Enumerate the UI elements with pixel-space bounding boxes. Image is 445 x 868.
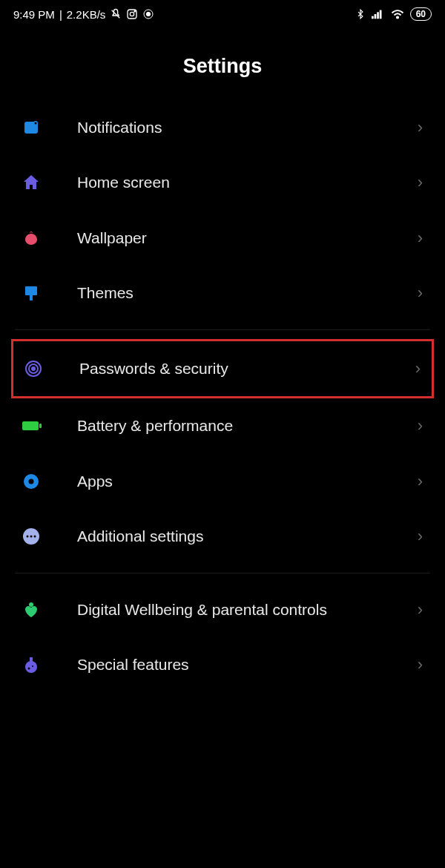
chevron-right-icon: ›: [418, 228, 423, 248]
svg-point-22: [29, 479, 34, 484]
svg-rect-6: [372, 16, 374, 19]
item-label: Special features: [52, 655, 418, 674]
status-speed: 2.2KB/s: [67, 8, 106, 21]
status-separator: |: [59, 8, 62, 21]
svg-point-18: [32, 367, 35, 370]
svg-rect-29: [30, 657, 33, 663]
wallpaper-icon: [22, 229, 52, 247]
chevron-right-icon: ›: [418, 416, 423, 435]
bluetooth-icon: [355, 8, 366, 20]
chevron-right-icon: ›: [418, 173, 423, 192]
fingerprint-icon: [24, 360, 54, 378]
settings-item-special-features[interactable]: Special features ›: [15, 637, 430, 692]
divider: [15, 573, 430, 573]
notifications-icon: [22, 119, 52, 137]
item-label: Home screen: [52, 173, 418, 192]
svg-rect-15: [30, 295, 33, 300]
svg-rect-20: [39, 424, 42, 428]
flask-icon: [22, 656, 52, 674]
svg-rect-19: [22, 421, 39, 430]
chevron-right-icon: ›: [418, 527, 423, 546]
settings-item-passwords-security[interactable]: Passwords & security ›: [11, 339, 434, 398]
status-left: 9:49 PM | 2.2KB/s: [13, 8, 154, 21]
themes-icon: [22, 284, 52, 302]
man-utd-icon: [142, 8, 154, 20]
item-label: Battery & performance: [52, 416, 418, 435]
status-right: 60: [355, 7, 432, 21]
apps-icon: [22, 473, 52, 490]
svg-point-30: [28, 668, 30, 670]
settings-item-notifications[interactable]: Notifications ›: [15, 100, 430, 155]
svg-point-26: [34, 535, 36, 537]
chevron-right-icon: ›: [415, 359, 421, 378]
signal-icon: [372, 9, 385, 19]
item-label: Wallpaper: [52, 228, 418, 248]
settings-item-home-screen[interactable]: Home screen ›: [15, 155, 430, 210]
svg-rect-8: [377, 12, 379, 19]
svg-point-25: [30, 535, 33, 537]
svg-point-27: [29, 602, 33, 607]
svg-point-3: [134, 11, 135, 12]
page-title: Settings: [0, 28, 445, 100]
svg-rect-14: [25, 286, 37, 295]
item-label: Themes: [52, 283, 418, 303]
status-time: 9:49 PM: [13, 8, 55, 21]
settings-item-digital-wellbeing[interactable]: Digital Wellbeing & parental controls ›: [15, 582, 430, 637]
item-label: Additional settings: [52, 527, 418, 546]
settings-list: Notifications › Home screen › Wallpaper …: [0, 100, 445, 693]
item-label: Notifications: [52, 118, 418, 137]
svg-line-0: [112, 10, 120, 19]
svg-point-5: [147, 12, 151, 16]
svg-point-31: [32, 665, 33, 667]
settings-item-wallpaper[interactable]: Wallpaper ›: [15, 211, 430, 266]
more-icon: [22, 527, 52, 545]
wellbeing-icon: [22, 601, 52, 619]
chevron-right-icon: ›: [418, 472, 423, 491]
status-bar: 9:49 PM | 2.2KB/s 60: [0, 0, 445, 28]
svg-rect-7: [374, 14, 376, 19]
divider: [15, 329, 430, 330]
chevron-right-icon: ›: [418, 655, 423, 674]
svg-point-13: [35, 122, 37, 125]
settings-item-battery[interactable]: Battery & performance ›: [15, 398, 430, 453]
battery-icon: [22, 420, 52, 432]
svg-point-2: [131, 12, 134, 16]
svg-point-10: [397, 16, 398, 18]
settings-item-apps[interactable]: Apps ›: [15, 454, 430, 509]
home-icon: [22, 174, 52, 191]
settings-item-themes[interactable]: Themes ›: [15, 266, 430, 320]
wifi-icon: [391, 9, 404, 19]
svg-rect-9: [379, 10, 381, 19]
chevron-right-icon: ›: [418, 118, 423, 137]
instagram-icon: [126, 8, 138, 20]
item-label: Passwords & security: [54, 359, 415, 378]
dnd-icon: [110, 8, 122, 20]
battery-indicator: 60: [410, 7, 432, 21]
item-label: Digital Wellbeing & parental controls: [52, 600, 418, 619]
settings-item-additional[interactable]: Additional settings ›: [15, 509, 430, 564]
svg-point-24: [27, 535, 29, 537]
chevron-right-icon: ›: [418, 283, 423, 303]
chevron-right-icon: ›: [418, 600, 423, 619]
item-label: Apps: [52, 472, 418, 491]
